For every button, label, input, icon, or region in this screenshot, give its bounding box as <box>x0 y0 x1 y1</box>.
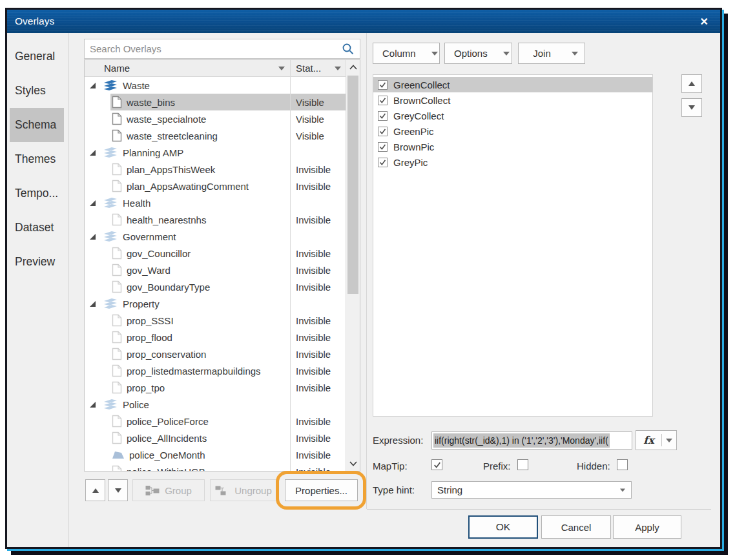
name-sort-icon[interactable] <box>278 67 285 70</box>
tree-row[interactable]: plan_AppsAwatingCommentInvisible <box>85 178 346 194</box>
column-checkbox[interactable] <box>378 142 388 152</box>
expander-icon[interactable] <box>85 82 101 88</box>
tree-scrollbar[interactable] <box>346 60 360 471</box>
expression-input[interactable]: iif(right(str(_id&),1) in ('1','2','3'),… <box>431 431 632 450</box>
tree-row[interactable]: Government <box>85 228 346 245</box>
tree-row[interactable]: prop_floodInvisible <box>85 329 346 346</box>
tree-row[interactable]: police_OneMonthInvisible <box>85 446 346 463</box>
chevron-down-icon[interactable] <box>425 43 444 63</box>
expander-icon[interactable] <box>85 149 101 156</box>
titlebar[interactable]: Overlays ✕ <box>7 10 720 33</box>
scroll-down-icon[interactable] <box>346 457 360 471</box>
list-item[interactable]: BrownCollect <box>373 92 652 108</box>
document-layer-icon <box>112 129 122 142</box>
sidebar-item-preview[interactable]: Preview <box>10 245 64 279</box>
overlay-name: police_PoliceForce <box>127 416 209 427</box>
chevron-down-icon[interactable] <box>662 431 676 450</box>
tree-row[interactable]: Waste <box>85 77 346 94</box>
tree-row[interactable]: Police <box>85 396 346 413</box>
overlay-status: Invisible <box>290 262 346 278</box>
list-item[interactable]: BrownPic <box>373 139 652 154</box>
type-hint-select[interactable]: String <box>431 481 632 499</box>
fx-button[interactable]: fx <box>636 430 677 450</box>
overlay-status: Invisible <box>290 245 346 262</box>
hidden-checkbox[interactable] <box>617 459 628 470</box>
overlay-name: health_nearestnhs <box>127 214 206 225</box>
sidebar-item-general[interactable]: General <box>10 39 64 74</box>
apply-button[interactable]: Apply <box>613 515 681 539</box>
list-item[interactable]: GreenCollect <box>373 77 652 92</box>
expander-icon[interactable] <box>85 233 101 240</box>
tree-row[interactable]: prop_tpoInvisible <box>85 379 346 396</box>
sidebar-item-dataset[interactable]: Dataset <box>10 211 64 245</box>
group-button[interactable]: Group <box>132 479 205 501</box>
polygon-layer-icon <box>112 450 125 459</box>
tree-row[interactable]: waste_binsVisible <box>85 94 346 110</box>
ok-button[interactable]: OK <box>468 515 538 539</box>
tree-row[interactable]: prop_listedmastermapbuildingsInvisible <box>85 362 346 379</box>
document-layer-icon <box>112 331 122 344</box>
tree-row[interactable]: plan_AppsThisWeekInvisible <box>85 161 346 178</box>
properties-button[interactable]: Properties... <box>285 479 358 501</box>
tree-row[interactable]: waste_streetcleaningVisible <box>85 127 346 144</box>
scrollbar-thumb[interactable] <box>347 76 358 294</box>
overlay-name: plan_AppsThisWeek <box>127 164 215 175</box>
overlay-name: plan_AppsAwatingComment <box>127 181 249 192</box>
status-sort-icon[interactable] <box>335 67 341 70</box>
overlay-status: Visible <box>290 127 346 144</box>
cancel-button[interactable]: Cancel <box>541 515 611 539</box>
expander-icon[interactable] <box>85 300 101 307</box>
prefix-checkbox[interactable] <box>517 459 528 470</box>
scroll-up-icon[interactable] <box>346 60 360 74</box>
column-header-status[interactable]: Stat... <box>290 60 346 76</box>
chevron-down-icon[interactable] <box>497 43 516 63</box>
move-column-down-button[interactable] <box>681 98 702 117</box>
column-checkbox[interactable] <box>378 80 388 90</box>
column-checkbox[interactable] <box>378 127 388 136</box>
list-item[interactable]: GreyCollect <box>373 108 652 123</box>
move-column-up-button[interactable] <box>681 74 702 93</box>
tree-row[interactable]: gov_CouncillorInvisible <box>85 245 346 262</box>
ungroup-button[interactable]: Ungroup <box>210 479 277 501</box>
sidebar-item-schema[interactable]: Schema <box>10 108 64 142</box>
column-name: GreyPic <box>393 157 428 168</box>
close-icon[interactable]: ✕ <box>696 14 712 29</box>
move-overlay-up-button[interactable] <box>85 479 105 501</box>
layers-icon <box>103 79 118 91</box>
document-layer-icon <box>112 465 122 472</box>
tree-row[interactable]: police_WithinUGBInvisible <box>85 463 346 472</box>
tree-row[interactable]: police_AllIncidentsInvisible <box>85 430 346 446</box>
chevron-down-icon[interactable] <box>565 43 585 63</box>
options-menu-button[interactable]: Options <box>444 43 512 64</box>
tree-row[interactable]: prop_SSSIInvisible <box>85 312 346 329</box>
maptip-checkbox[interactable] <box>431 459 442 470</box>
expander-icon[interactable] <box>85 200 101 206</box>
layers-icon <box>103 197 118 209</box>
sidebar-item-themes[interactable]: Themes <box>10 142 64 176</box>
column-checkbox[interactable] <box>378 111 388 121</box>
list-item[interactable]: GreyPic <box>373 154 652 170</box>
tree-row[interactable]: waste_specialnoteVisible <box>85 110 346 127</box>
tree-row[interactable]: gov_WardInvisible <box>85 262 346 278</box>
sidebar-item-styles[interactable]: Styles <box>10 74 64 108</box>
column-header-name[interactable]: Name <box>85 60 290 76</box>
tree-row[interactable]: police_PoliceForceInvisible <box>85 413 346 430</box>
join-menu-button[interactable]: Join <box>518 43 585 64</box>
overlay-status <box>290 144 346 161</box>
tree-row[interactable]: gov_BoundaryTypeInvisible <box>85 278 346 295</box>
overlay-name: police_WithinUGB <box>127 466 205 472</box>
tree-row[interactable]: Health <box>85 194 346 211</box>
tree-row[interactable]: prop_conservationInvisible <box>85 346 346 362</box>
list-item[interactable]: GreenPic <box>373 123 652 139</box>
sidebar-item-tempo[interactable]: Tempo... <box>10 176 64 211</box>
column-menu-button[interactable]: Column <box>373 43 440 64</box>
tree-row[interactable]: health_nearestnhsInvisible <box>85 211 346 228</box>
column-checkbox[interactable] <box>378 158 388 167</box>
tree-row[interactable]: Property <box>85 295 346 312</box>
column-checkbox[interactable] <box>378 96 388 105</box>
search-input[interactable] <box>90 43 342 54</box>
expander-icon[interactable] <box>85 401 101 408</box>
prefix-label: Prefix: <box>483 461 511 472</box>
move-overlay-down-button[interactable] <box>108 479 128 501</box>
tree-row[interactable]: Planning AMP <box>85 144 346 161</box>
